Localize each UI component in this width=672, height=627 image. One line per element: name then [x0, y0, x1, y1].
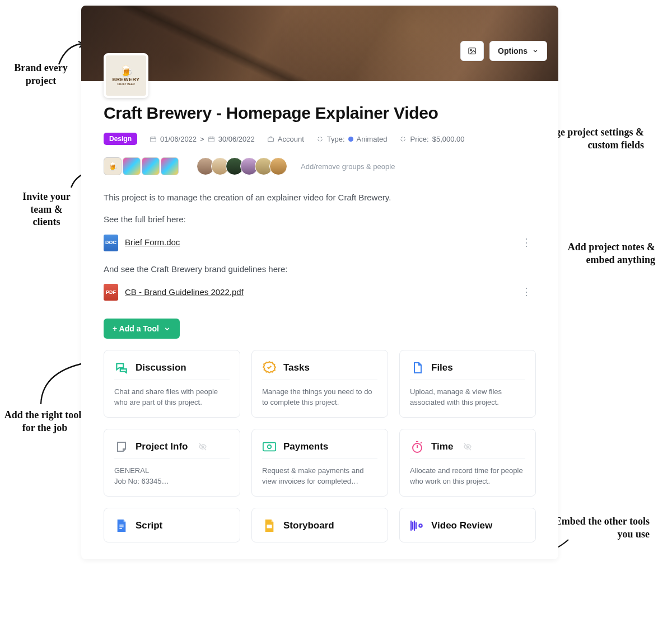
tool-title: Time: [431, 441, 453, 452]
brewery-icon: 🍺: [119, 65, 133, 77]
gslides-icon: [262, 518, 277, 533]
desc-line: This project is to manage the creation o…: [104, 191, 536, 205]
change-cover-button[interactable]: [460, 41, 484, 61]
tool-title: Payments: [283, 441, 328, 452]
tool-title: Files: [431, 362, 453, 373]
svg-rect-10: [119, 525, 123, 525]
money-icon: [262, 439, 277, 454]
tool-video-review[interactable]: Video Review: [399, 508, 536, 542]
attachment-link[interactable]: CB - Brand Guidelines 2022.pdf: [125, 286, 244, 300]
project-description: This project is to manage the creation o…: [104, 191, 536, 301]
price-field[interactable]: Price: $5,000.00: [399, 135, 464, 143]
attachment-row: PDF CB - Brand Guidelines 2022.pdf ⋮: [104, 284, 536, 301]
svg-rect-11: [119, 526, 123, 527]
tool-title: Tasks: [283, 362, 310, 373]
tool-script[interactable]: Script: [104, 508, 240, 542]
tool-desc: Allocate and record time for people who …: [410, 458, 525, 487]
meta-row: Design 01/06/2022 > 30/06/2022 Account T…: [104, 133, 536, 145]
tool-title: Video Review: [431, 520, 492, 531]
attachment-menu[interactable]: ⋮: [517, 235, 536, 251]
svg-rect-2: [151, 137, 156, 142]
svg-point-1: [470, 50, 472, 51]
annotation-notes: Add project notes & embed anything: [543, 241, 655, 266]
group-avatar: [123, 157, 141, 175]
account-field[interactable]: Account: [267, 135, 304, 143]
options-label: Options: [498, 46, 528, 55]
tool-title: Script: [136, 520, 162, 531]
chevron-down-icon: [532, 48, 539, 54]
tool-desc: Manage the things you need to do to comp…: [262, 380, 377, 408]
date-range[interactable]: 01/06/2022 > 30/06/2022: [150, 135, 255, 143]
annotation-embed: Embed the other tools you use: [543, 515, 650, 540]
tool-desc: Request & make payments and view invoice…: [262, 458, 377, 487]
status-tag[interactable]: Design: [104, 133, 137, 145]
svg-point-7: [268, 445, 272, 449]
project-logo[interactable]: 🍺 BREWERY CRAFT BEER: [104, 53, 148, 98]
people-row: 🍺 Add/remove groups & people: [104, 157, 536, 175]
type-dot: [348, 137, 353, 142]
gdoc-icon: [114, 518, 129, 533]
hero-banner: Options: [81, 6, 558, 81]
group-avatar: [161, 157, 179, 175]
tool-time[interactable]: Time Allocate and record time for people…: [399, 429, 536, 497]
check-badge-icon: [262, 361, 277, 375]
annotation-brand: Brand every project: [4, 62, 77, 87]
tool-desc: GENERAL Job No: 63345…: [114, 458, 230, 487]
desc-line: And see the Craft Brewery brand guidelin…: [104, 263, 536, 277]
briefcase-icon: [267, 135, 274, 143]
svg-rect-12: [119, 528, 122, 528]
tool-discussion[interactable]: Discussion Chat and share files with peo…: [104, 350, 240, 418]
attachment-row: DOC Brief Form.doc ⋮: [104, 235, 536, 251]
tool-grid: Discussion Chat and share files with peo…: [104, 350, 536, 542]
annotation-tools: Add the right tools for the job: [0, 409, 90, 434]
stopwatch-icon: [410, 439, 424, 454]
svg-point-14: [419, 524, 422, 527]
hidden-icon: [463, 442, 472, 451]
project-title: Craft Brewery - Homepage Explainer Video: [104, 104, 536, 123]
add-tool-button[interactable]: + Add a Tool: [104, 319, 180, 339]
attachment-menu[interactable]: ⋮: [517, 284, 536, 301]
hidden-icon: [198, 442, 207, 451]
svg-rect-3: [208, 137, 214, 142]
people-avatars[interactable]: [197, 157, 284, 175]
options-button[interactable]: Options: [489, 41, 547, 61]
tool-files[interactable]: Files Upload, manage & view files associ…: [399, 350, 536, 418]
svg-rect-4: [268, 138, 273, 142]
calendar-icon: [208, 135, 215, 143]
chat-icon: [114, 361, 129, 375]
doc-file-icon: DOC: [104, 235, 118, 251]
chevron-down-icon: [164, 325, 171, 333]
calendar-icon: [150, 135, 157, 143]
annotation-invite: Invite your team & clients: [16, 190, 77, 228]
tool-title: Storyboard: [283, 520, 334, 531]
group-avatar: 🍺: [104, 157, 122, 175]
group-avatars[interactable]: 🍺: [104, 157, 180, 175]
tool-tasks[interactable]: Tasks Manage the things you need to do t…: [251, 350, 388, 418]
logo-sub: CRAFT BEER: [117, 82, 135, 86]
tool-project-info[interactable]: Project Info GENERAL Job No: 63345…: [104, 429, 240, 497]
tool-title: Project Info: [136, 441, 188, 452]
tool-desc: Chat and share files with people who are…: [114, 380, 230, 408]
sparkle-icon: [316, 135, 324, 143]
svg-rect-6: [263, 443, 276, 451]
tool-desc: Upload, manage & view files associated w…: [410, 380, 525, 408]
project-panel: Options 🍺 BREWERY CRAFT BEER Craft Brewe…: [81, 6, 558, 559]
type-field[interactable]: Type: Animated: [316, 135, 388, 143]
image-icon: [468, 46, 477, 55]
tool-payments[interactable]: Payments Request & make payments and vie…: [251, 429, 388, 497]
desc-line: See the full brief here:: [104, 213, 536, 227]
attachment-link[interactable]: Brief Form.doc: [125, 236, 180, 250]
tool-storyboard[interactable]: Storyboard: [251, 508, 388, 542]
logo-name: BREWERY: [112, 77, 139, 82]
add-tool-label: + Add a Tool: [113, 324, 159, 333]
group-avatar: [142, 157, 160, 175]
avatar: [269, 157, 287, 175]
frameio-icon: [410, 518, 424, 533]
svg-rect-13: [267, 525, 272, 528]
sparkle-icon: [399, 135, 407, 143]
add-people-link[interactable]: Add/remove groups & people: [301, 162, 395, 171]
tool-title: Discussion: [136, 362, 186, 373]
pdf-file-icon: PDF: [104, 284, 118, 301]
file-icon: [410, 361, 424, 375]
note-icon: [114, 439, 129, 454]
